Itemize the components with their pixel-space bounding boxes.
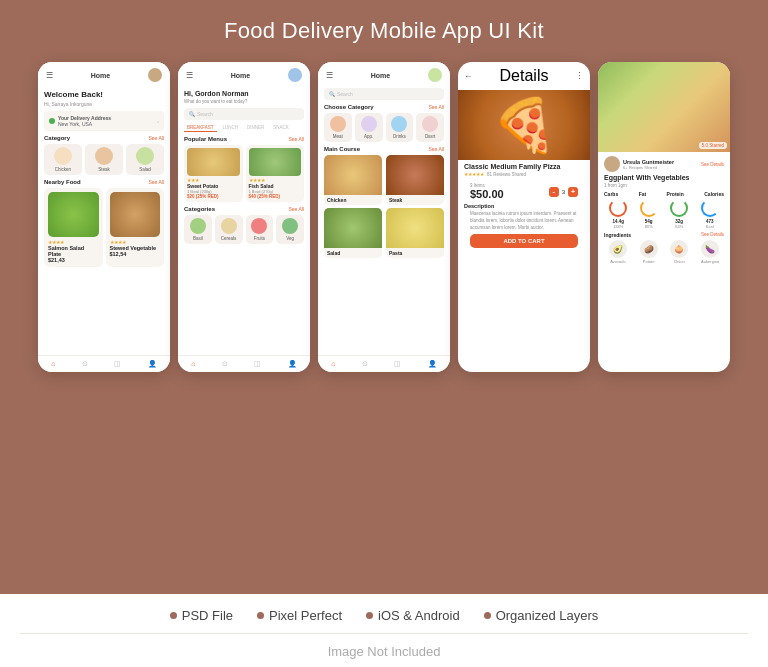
popular-header: Popular Menus See All <box>184 136 304 142</box>
ingr-avocado: 🥑 Avocado <box>604 240 632 264</box>
phone-screen-1: ☰ Home Welcome Back! Hi, Sanaya Inkorgun… <box>38 62 170 372</box>
tab-dinner[interactable]: DINNER <box>244 124 267 132</box>
cat-cereals[interactable]: Cereals <box>215 215 243 244</box>
mc-label-steak: Steak <box>386 195 444 205</box>
cart-nav-icon-3[interactable]: ◫ <box>394 360 401 368</box>
cat-fruits[interactable]: Fruits <box>246 215 274 244</box>
profile-nav-icon-2[interactable]: 👤 <box>288 360 297 368</box>
greeting-sub: What do you want to eat today? <box>184 99 304 104</box>
s5-role: 6+ Recipes Shared <box>623 165 674 170</box>
cat-icon-drinks <box>391 116 407 132</box>
tab-lunch[interactable]: LUNCH <box>220 124 242 132</box>
nearby-see-all[interactable]: See All <box>148 179 164 185</box>
search-placeholder-3: Search <box>337 91 353 97</box>
profile-nav-icon-3[interactable]: 👤 <box>428 360 437 368</box>
menu-icon-2: ☰ <box>186 71 193 80</box>
food-price-1: $21,43 <box>48 257 99 263</box>
phone-bar-3: ☰ Home <box>318 62 450 84</box>
detail-header: ← Details ⋮ <box>458 62 590 90</box>
screen1-title: Home <box>91 72 110 79</box>
macro-carbs: 14.4g 138% <box>604 199 633 229</box>
screen1-content: Welcome Back! Hi, Sanaya Inkorgune Your … <box>38 84 170 355</box>
categories-see-all-2[interactable]: See All <box>288 206 304 212</box>
food-img-2 <box>110 192 161 237</box>
search-nav-icon-3[interactable]: ⊙ <box>362 360 368 368</box>
screen3-content: 🔍 Search Choose Category See All Meat Ap… <box>318 84 450 355</box>
search-bar-2[interactable]: 🔍 Search <box>184 108 304 120</box>
more-icon[interactable]: ⋮ <box>575 71 584 81</box>
search-bar-3[interactable]: 🔍 Search <box>324 88 444 100</box>
cat-icon-meat <box>330 116 346 132</box>
cat-meat[interactable]: Meat <box>324 113 352 142</box>
feature-layers: Organized Layers <box>484 608 599 623</box>
category-title: Category <box>44 135 70 141</box>
home-nav-icon-2[interactable]: ⌂ <box>191 360 195 368</box>
phone-bar-2: ☰ Home <box>178 62 310 84</box>
feature-dot-psd <box>170 612 177 619</box>
cat-basil[interactable]: Basil <box>184 215 212 244</box>
macro-header: Carbs Fat Protein Calories <box>604 191 724 197</box>
cat-dessert[interactable]: Dssrt <box>416 113 444 142</box>
ingr-label-potato: Potato <box>635 259 663 264</box>
cat-label-salad: Salad <box>139 167 151 172</box>
cat-circle-chicken <box>54 147 72 165</box>
rating-row: ★★★★★ 81 Reviews Shared <box>464 171 584 177</box>
cart-nav-icon-2[interactable]: ◫ <box>254 360 261 368</box>
home-nav-icon[interactable]: ⌂ <box>51 360 55 368</box>
cat-label-meat: Meat <box>333 134 343 139</box>
profile-nav-icon[interactable]: 👤 <box>148 360 157 368</box>
fat-pct: 80% <box>635 224 664 229</box>
ingredients-row: 🥑 Avocado 🥔 Potato 🧅 Onion 🍆 Aubergine <box>604 240 724 264</box>
feature-pixel: Pixel Perfect <box>257 608 342 623</box>
cat-drinks[interactable]: Drinks <box>386 113 414 142</box>
delivery-box: Your Delivery Address New York, USA › <box>44 111 164 131</box>
fat-circle <box>640 199 658 217</box>
main-course-see-all[interactable]: See All <box>428 146 444 152</box>
cat-steak[interactable]: Steak <box>85 144 123 175</box>
qty-plus[interactable]: + <box>568 187 578 197</box>
search-nav-icon[interactable]: ⊙ <box>82 360 88 368</box>
price-big: $50.00 <box>470 188 504 200</box>
screen4-content: Classic Medium Family Pizza ★★★★★ 81 Rev… <box>458 160 590 372</box>
popular-see-all[interactable]: See All <box>288 136 304 142</box>
pop-price-1: $20 (25% RED) <box>187 194 240 199</box>
cat-salad[interactable]: Salad <box>126 144 164 175</box>
screen2-title: Home <box>231 72 250 79</box>
bottom-nav-1: ⌂ ⊙ ◫ 👤 <box>38 355 170 372</box>
search-nav-icon-2[interactable]: ⊙ <box>222 360 228 368</box>
feature-psd: PSD File <box>170 608 233 623</box>
cart-nav-icon[interactable]: ◫ <box>114 360 121 368</box>
pop-card-2: ★★★★ Fish Salad 1 Bowl (270g) $40 (25% R… <box>246 145 305 202</box>
green-dot-icon <box>49 118 55 124</box>
choose-see-all[interactable]: See All <box>428 104 444 110</box>
category-header: Category See All <box>44 135 164 141</box>
tab-snack[interactable]: SNACK <box>270 124 292 132</box>
screen5-content: Ursula Guntmeister 6+ Recipes Shared See… <box>598 152 730 372</box>
cat-circle-fruits <box>251 218 267 234</box>
cat-circle-cereals <box>221 218 237 234</box>
top-section: Food Delivery Mobile App UI Kit ☰ Home W… <box>0 0 768 594</box>
screen2-content: Hi, Gordon Norman What do you want to ea… <box>178 84 310 355</box>
ingr-label-onion: Onion <box>666 259 694 264</box>
categories-title-2: Categories <box>184 206 215 212</box>
search-placeholder-2: Search <box>197 111 213 117</box>
home-nav-icon-3[interactable]: ⌂ <box>331 360 335 368</box>
add-cart-btn[interactable]: ADD TO CART <box>470 234 578 248</box>
cat-label-basil: Basil <box>193 236 203 241</box>
pizza-emoji: 🍕 <box>492 95 557 156</box>
ingr-see-details[interactable]: See Details <box>701 232 724 238</box>
see-details-link[interactable]: See Details <box>701 162 724 167</box>
mc-salad: Salad <box>324 208 382 258</box>
cat-chicken[interactable]: Chicken <box>44 144 82 175</box>
cat-appetizer[interactable]: App. <box>355 113 383 142</box>
cat-vegetables[interactable]: Veg <box>276 215 304 244</box>
qty-minus[interactable]: - <box>549 187 559 197</box>
category-see-all[interactable]: See All <box>148 135 164 141</box>
phone-bar-1: ☰ Home <box>38 62 170 84</box>
screen3-title: Home <box>371 72 390 79</box>
detail-title-bar: Details <box>500 67 549 85</box>
cat-label-fruits: Fruits <box>254 236 265 241</box>
calories-circle <box>701 199 719 217</box>
back-icon[interactable]: ← <box>464 71 473 81</box>
tab-breakfast[interactable]: BREAKFAST <box>184 124 217 132</box>
